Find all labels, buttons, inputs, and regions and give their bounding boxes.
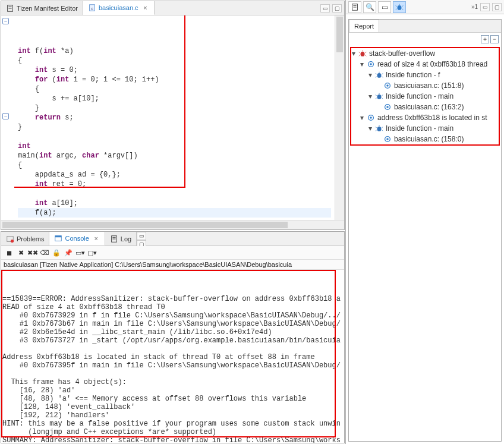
display-selected-icon[interactable]: ▭▾ [75, 247, 86, 258]
tree-controls: ＋ － [478, 33, 501, 46]
tree-item[interactable]: basicuiasan.c: (158:0) [350, 134, 500, 144]
target-icon [383, 103, 392, 111]
code-line[interactable]: f(a); [18, 208, 331, 218]
minimize-button[interactable]: ▭ [480, 3, 490, 11]
tree-item[interactable]: basicuiasan.c: (151:8) [350, 80, 500, 91]
code-line[interactable]: int ret = 0; [18, 180, 331, 189]
terminate-icon[interactable]: ◼ [4, 247, 14, 258]
tab-label: Console [65, 235, 89, 242]
tree-item-label: basicuiasan.c: (151:8) [394, 80, 464, 91]
code-line[interactable]: { [18, 84, 331, 94]
bug-blue-icon [375, 71, 383, 79]
tasks-view-icon[interactable]: ▭ [378, 1, 391, 13]
pin-console-icon[interactable]: 📌 [63, 247, 74, 258]
tree-item[interactable]: ▾Inside function - main [350, 91, 500, 102]
minimize-button[interactable]: ▭ [137, 232, 146, 240]
gutter: − − [1, 15, 14, 220]
right-toolbar: 🔍 ▭ »1 ▭ ▢ [346, 0, 504, 14]
overflow-indicator[interactable]: »1 [471, 4, 478, 10]
open-console-icon[interactable]: ▢▾ [87, 247, 97, 258]
right-panel: 🔍 ▭ »1 ▭ ▢ Report ＋ － ▾stack-buffer-over… [346, 0, 504, 444]
tree-item[interactable]: basicuiasan.c: (163:2) [350, 102, 500, 112]
code-line[interactable]: int f(int *a) [18, 46, 331, 56]
twisty-icon[interactable]: ▾ [367, 91, 374, 102]
tree-item[interactable]: ▾Inside function - main [350, 123, 500, 134]
tree-item-label: Inside function - main [386, 123, 453, 134]
code-line[interactable]: int s = 0; [18, 65, 331, 75]
console-output[interactable]: ==15839==ERROR: AddressSanitizer: stack-… [1, 270, 344, 443]
code-line[interactable]: s += a[10]; [18, 94, 331, 103]
tree-item-label: Inside function - main [386, 91, 453, 102]
fold-toggle[interactable]: − [2, 113, 9, 119]
maximize-button[interactable]: ▢ [332, 4, 342, 12]
bug-blue-icon [375, 92, 383, 100]
report-tab-bar: Report [349, 20, 501, 33]
left-panel: Tizen Manifest Editor basicuiasan.c × ▭ … [0, 0, 346, 444]
tab-close-icon[interactable]: × [93, 235, 100, 242]
bottom-tab-bar: Problems Console × Log ▭ ▢ [1, 232, 344, 246]
twisty-icon[interactable]: ▾ [358, 112, 366, 123]
fold-toggle[interactable]: − [2, 18, 9, 24]
code-line[interactable]: int [18, 141, 331, 151]
tab-log[interactable]: Log [105, 232, 137, 245]
code-line[interactable] [18, 189, 331, 199]
horizontal-scrollbar[interactable] [1, 220, 344, 229]
search-view-icon[interactable]: 🔍 [363, 1, 376, 13]
bug-red-icon [358, 49, 367, 58]
tab-problems[interactable]: Problems [1, 232, 49, 245]
tree-item-label: basicuiasan.c: (158:0) [394, 134, 464, 144]
code-line[interactable]: return s; [18, 113, 331, 122]
tree-item-label: stack-buffer-overflow [369, 48, 435, 59]
report-tree[interactable]: ▾stack-buffer-overflow▾read of size 4 at… [349, 46, 501, 441]
tree-item[interactable]: ▾stack-buffer-overflow [350, 48, 500, 59]
editor-tab-bar: Tizen Manifest Editor basicuiasan.c × ▭ … [1, 1, 344, 15]
tab-close-icon[interactable]: × [142, 4, 149, 11]
tree-item[interactable]: ▾Inside function - f [350, 70, 500, 80]
tab-console[interactable]: Console × [49, 232, 105, 245]
minimize-button[interactable]: ▭ [320, 4, 330, 12]
code-line[interactable]: main(int argc, char *argv[]) [18, 151, 331, 160]
tree-item[interactable]: ▾read of size 4 at 0xbff63b18 thread [350, 59, 500, 70]
tab-label: Report [354, 23, 374, 30]
target-icon [367, 114, 375, 122]
code-line[interactable]: for (int i = 0; i <= 10; i++) [18, 75, 331, 84]
problems-icon [6, 235, 14, 243]
editor-area: Tizen Manifest Editor basicuiasan.c × ▭ … [1, 1, 345, 230]
asan-report-view-icon[interactable] [393, 1, 406, 13]
tree-item-label: read of size 4 at 0xbff63b18 thread [377, 59, 487, 70]
twisty-icon[interactable]: ▾ [367, 123, 374, 134]
console-launch-path: basicuiasan [Tizen Native Application] C… [1, 260, 344, 270]
tab-manifest-editor[interactable]: Tizen Manifest Editor [1, 1, 83, 15]
console-text: ==15839==ERROR: AddressSanitizer: stack-… [2, 295, 343, 443]
tab-basicuiasan-c[interactable]: basicuiasan.c × [83, 1, 155, 15]
report-view: Report ＋ － ▾stack-buffer-overflow▾read o… [348, 19, 502, 442]
code-line[interactable]: { [18, 56, 331, 65]
tree-item-label: basicuiasan.c: (163:2) [394, 102, 464, 112]
twisty-icon[interactable]: ▾ [367, 70, 374, 80]
collapse-all-icon[interactable]: － [490, 35, 499, 43]
twisty-icon[interactable]: ▾ [358, 59, 366, 70]
code-line[interactable]: } [18, 122, 331, 132]
tab-label: Tizen Manifest Editor [17, 5, 78, 12]
expand-all-icon[interactable]: ＋ [481, 35, 489, 43]
code-line[interactable]: } [18, 103, 331, 113]
remove-launch-icon[interactable]: ✖ [15, 247, 26, 258]
code-line[interactable] [18, 132, 331, 141]
tab-report[interactable]: Report [349, 20, 379, 32]
code-line[interactable]: int a[10]; [18, 199, 331, 208]
clear-console-icon[interactable]: ⌫ [39, 247, 50, 258]
code-content[interactable]: int f(int *a){ int s = 0; for (int i = 0… [14, 15, 335, 220]
remove-all-icon[interactable]: ✖✖ [27, 247, 38, 258]
scroll-lock-icon[interactable]: 🔒 [51, 247, 62, 258]
bug-blue-icon [375, 124, 383, 133]
code-editor[interactable]: − − int f(int *a){ int s = 0; for (int i… [1, 15, 344, 220]
tree-item[interactable]: ▾address 0xbff63b18 is located in st [350, 112, 500, 123]
code-line[interactable]: { [18, 160, 331, 170]
vertical-scrollbar[interactable] [335, 15, 344, 220]
target-icon [383, 135, 392, 143]
outline-view-icon[interactable] [348, 1, 361, 13]
twisty-icon[interactable]: ▾ [350, 48, 357, 59]
maximize-button[interactable]: ▢ [492, 3, 502, 11]
tab-label: basicuiasan.c [99, 4, 138, 11]
code-line[interactable]: appdata_s ad = {0,}; [18, 170, 331, 180]
